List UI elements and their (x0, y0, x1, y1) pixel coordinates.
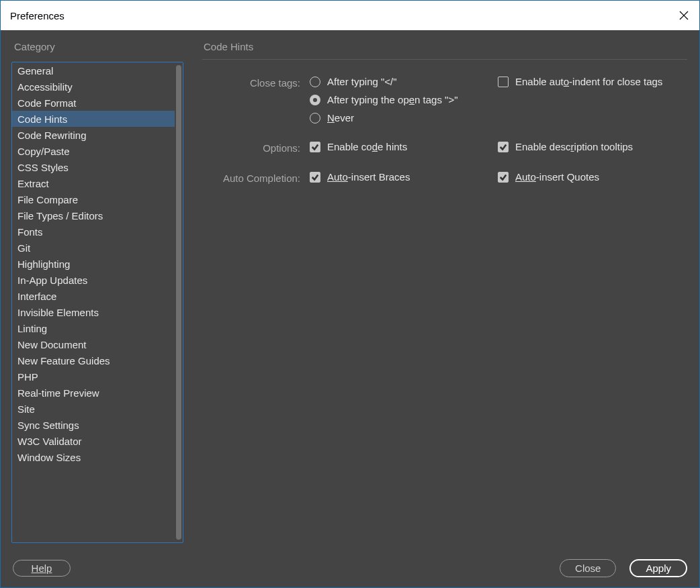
category-item[interactable]: New Feature Guides (12, 352, 175, 369)
auto-completion-label: Auto Completion: (202, 171, 310, 184)
enable-code-hints-label: Enable code hints (327, 141, 407, 152)
category-heading: Category (14, 41, 183, 52)
category-item[interactable]: Code Rewriting (12, 127, 175, 143)
category-item[interactable]: Interface (12, 288, 175, 304)
titlebar: Preferences (1, 1, 699, 30)
close-button[interactable]: Close (560, 559, 616, 577)
enable-code-hints-checkbox[interactable]: Enable code hints (310, 141, 498, 152)
auto-insert-braces-checkbox[interactable]: Auto-insert Braces (310, 171, 498, 183)
category-item[interactable]: In-App Updates (12, 272, 175, 288)
close-tags-after-slash-radio[interactable]: After typing "</" (310, 76, 498, 87)
category-item[interactable]: Copy/Paste (12, 143, 175, 159)
category-item[interactable]: File Compare (12, 191, 175, 207)
auto-insert-quotes-label: Auto-insert Quotes (515, 171, 599, 183)
category-item[interactable]: Real-time Preview (12, 385, 175, 401)
category-item[interactable]: Highlighting (12, 256, 175, 272)
category-item[interactable]: Code Hints (12, 111, 175, 127)
description-tooltips-label: Enable description tooltips (515, 141, 633, 152)
category-item[interactable]: Fonts (12, 224, 175, 240)
category-item[interactable]: Extract (12, 175, 175, 191)
preferences-dialog: Preferences Category GeneralAccessibilit… (0, 0, 700, 588)
category-item[interactable]: Linting (12, 320, 175, 336)
category-item[interactable]: PHP (12, 369, 175, 385)
category-item[interactable]: Accessibility (12, 79, 175, 95)
auto-insert-braces-label: Auto-insert Braces (327, 171, 410, 183)
close-tags-after-slash-label: After typing "</" (327, 76, 397, 87)
close-tags-never-label: Never (327, 112, 354, 124)
category-item[interactable]: General (12, 62, 175, 79)
help-button[interactable]: Help (13, 560, 71, 577)
panel-title: Code Hints (204, 41, 687, 52)
category-listbox[interactable]: GeneralAccessibilityCode FormatCode Hint… (11, 62, 183, 543)
category-item[interactable]: Site (12, 401, 175, 417)
category-scrollbar[interactable] (176, 65, 181, 540)
panel-separator (202, 59, 687, 60)
close-tags-never-radio[interactable]: Never (310, 112, 498, 124)
category-item[interactable]: Invisible Elements (12, 304, 175, 320)
category-item[interactable]: Window Sizes (12, 449, 175, 465)
category-item[interactable]: CSS Styles (12, 159, 175, 175)
options-label: Options: (202, 141, 310, 154)
close-icon[interactable] (678, 9, 690, 21)
auto-insert-quotes-checkbox[interactable]: Auto-insert Quotes (498, 171, 687, 183)
close-tags-after-open-radio[interactable]: After typing the open tags ">" (310, 94, 498, 105)
category-item[interactable]: Sync Settings (12, 417, 175, 433)
window-title: Preferences (10, 10, 64, 21)
category-item[interactable]: W3C Validator (12, 433, 175, 449)
category-item[interactable]: Git (12, 240, 175, 256)
auto-indent-label: Enable auto-indent for close tags (515, 76, 662, 87)
category-item[interactable]: Code Format (12, 95, 175, 111)
description-tooltips-checkbox[interactable]: Enable description tooltips (498, 141, 687, 152)
close-tags-after-open-label: After typing the open tags ">" (327, 94, 458, 105)
close-tags-label: Close tags: (202, 76, 310, 89)
category-item[interactable]: File Types / Editors (12, 207, 175, 224)
auto-indent-checkbox[interactable]: Enable auto-indent for close tags (498, 76, 687, 87)
apply-button[interactable]: Apply (629, 559, 687, 577)
category-item[interactable]: New Document (12, 336, 175, 352)
